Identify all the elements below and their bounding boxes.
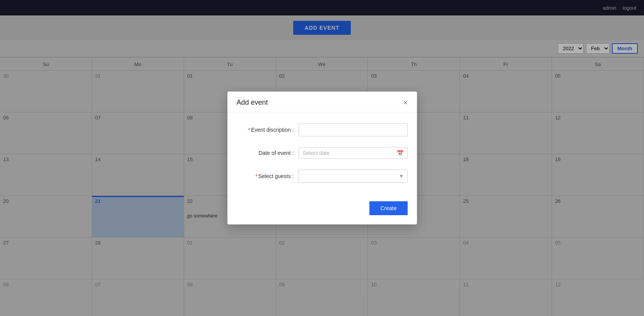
select-guests-row: *Select guests : ▼ bbox=[237, 170, 408, 183]
date-placeholder: Select date bbox=[303, 150, 395, 156]
guests-select-wrap: ▼ bbox=[299, 170, 408, 183]
modal-header: Add event × bbox=[227, 92, 417, 112]
modal-footer: Create bbox=[227, 201, 417, 224]
select-guests-label: *Select guests : bbox=[237, 173, 299, 179]
calendar-icon: 📅 bbox=[397, 150, 403, 156]
date-of-event-row: Date of event : Select date 📅 bbox=[237, 147, 408, 159]
event-description-input[interactable] bbox=[299, 123, 408, 136]
create-button[interactable]: Create bbox=[369, 201, 407, 215]
required-star-2: * bbox=[255, 173, 257, 179]
guests-select[interactable] bbox=[299, 170, 408, 183]
required-star-1: * bbox=[248, 127, 250, 133]
modal-body: *Event discription : Date of event : Sel… bbox=[227, 112, 417, 201]
add-event-modal: Add event × *Event discription : Date of… bbox=[227, 92, 417, 224]
modal-overlay[interactable]: Add event × *Event discription : Date of… bbox=[0, 0, 644, 316]
modal-title: Add event bbox=[237, 99, 268, 107]
modal-close-button[interactable]: × bbox=[403, 99, 408, 106]
date-picker[interactable]: Select date 📅 bbox=[299, 147, 408, 159]
event-description-row: *Event discription : bbox=[237, 123, 408, 136]
date-of-event-label: Date of event : bbox=[237, 150, 299, 156]
event-description-label: *Event discription : bbox=[237, 127, 299, 133]
